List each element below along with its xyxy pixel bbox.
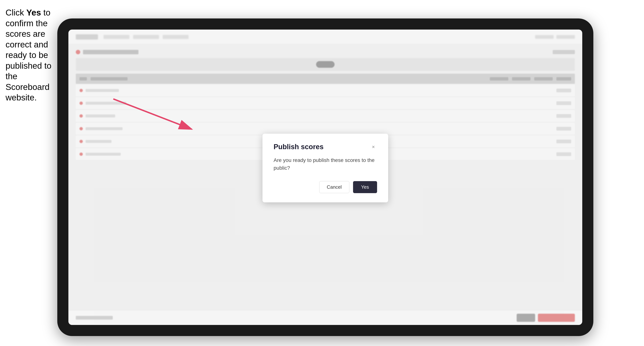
publish-scores-dialog: Publish scores × Are you ready to publis… xyxy=(262,134,388,202)
dialog-body: Are you ready to publish these scores to… xyxy=(274,156,377,172)
instruction-suffix: to confirm the scores are correct and re… xyxy=(6,8,52,102)
instruction-prefix: Click xyxy=(6,8,26,17)
yes-button[interactable]: Yes xyxy=(353,181,377,193)
instruction-text: Click Yes to confirm the scores are corr… xyxy=(6,7,59,103)
dialog-title: Publish scores xyxy=(274,143,324,151)
instruction-bold: Yes xyxy=(26,8,41,17)
dialog-close-button[interactable]: × xyxy=(370,143,377,151)
dialog-overlay: Publish scores × Are you ready to publis… xyxy=(68,29,582,325)
tablet-screen: Publish scores × Are you ready to publis… xyxy=(68,29,582,325)
cancel-button[interactable]: Cancel xyxy=(319,181,349,193)
dialog-header: Publish scores × xyxy=(274,143,377,151)
tablet-frame: Publish scores × Are you ready to publis… xyxy=(57,18,593,336)
dialog-actions: Cancel Yes xyxy=(274,181,377,193)
